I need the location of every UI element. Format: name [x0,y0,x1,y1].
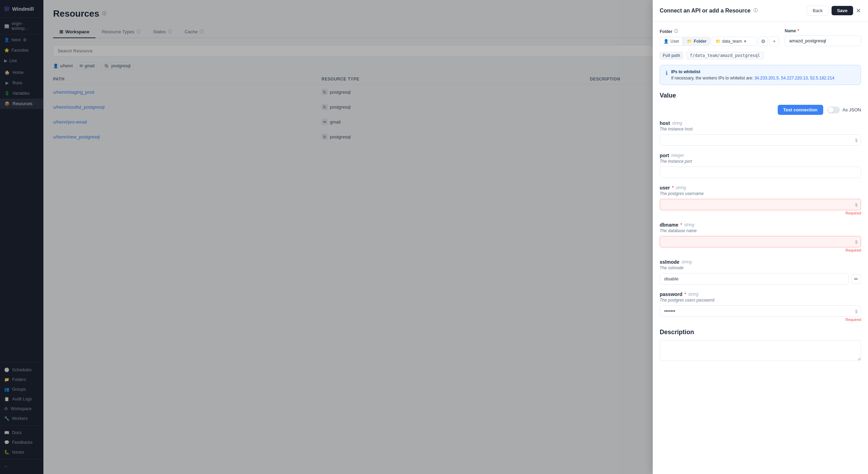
value-header: Test connection As JSON [660,105,861,115]
toggle-thumb [828,107,834,113]
dropdown-chevron: ▼ [743,39,747,43]
password-dollar-icon[interactable]: $ [855,308,858,314]
field-user-input-row: $ [660,199,861,210]
field-dbname: dbname * string The database name $ Requ… [660,222,861,252]
field-port-input-row [660,167,861,178]
description-section: Description [660,329,861,362]
name-input[interactable] [785,35,861,46]
field-user: user * string The postgres username $ Re… [660,185,861,215]
path-type-buttons: 👤 User 📁 Folder [660,37,710,46]
folder-settings-btn[interactable]: ⚙ [758,36,768,46]
folder-type-icon: 📁 [687,39,692,44]
path-type-user-btn[interactable]: 👤 User [660,37,683,46]
field-user-name: user * string [660,185,861,191]
field-dbname-desc: The database name [660,228,861,233]
password-input[interactable] [660,305,861,317]
field-password-input-row: $ [660,305,861,317]
user-type-icon: 👤 [663,39,669,44]
description-title: Description [660,329,861,336]
info-box-icon: ℹ [666,70,668,76]
folder-dropdown[interactable]: 📁 data_team ▼ [712,37,757,46]
field-port-name: port integer [660,153,861,158]
drawer-title: Connect an API or add a Resource ⓘ [660,8,758,14]
back-button[interactable]: Back [807,6,829,16]
ip-links[interactable]: 34.233.201.5, 54.227.220.13, 52.5.182.21… [754,76,834,81]
drawer-body: Folder ⓘ 👤 User 📁 Folder 📁 [653,22,868,474]
field-host-desc: The instance host [660,127,861,132]
user-dollar-icon[interactable]: $ [855,202,858,207]
name-label: Name * [785,28,861,33]
dropdown-folder-icon: 📁 [716,39,721,44]
field-dbname-name: dbname * string [660,222,861,228]
folder-group: Folder ⓘ 👤 User 📁 Folder 📁 [660,28,779,46]
resource-drawer: Connect an API or add a Resource ⓘ Back … [653,0,868,474]
field-port: port integer The instance port [660,153,861,178]
close-button[interactable]: ✕ [856,7,861,15]
user-required-badge: Required [660,211,861,215]
dbname-dollar-icon[interactable]: $ [855,239,858,244]
as-json-toggle-row: As JSON [827,107,861,113]
field-sslmode-select-row: disable allow prefer require verify-ca v… [660,273,861,285]
save-button[interactable]: Save [832,6,853,15]
full-path-value: f/data_team/amazd_postgresql [686,52,764,59]
folder-add-btn[interactable]: ＋ [769,36,779,46]
field-port-desc: The instance port [660,159,861,164]
port-input[interactable] [660,167,861,178]
as-json-toggle[interactable] [827,107,840,113]
field-host-input-row: $ [660,134,861,146]
full-path-row: Full path f/data_team/amazd_postgresql [660,52,861,59]
sslmode-edit-btn[interactable]: ✏ [851,274,861,284]
field-user-desc: The postgres username [660,191,861,196]
info-box-title: IPs to whitelist [671,69,834,74]
field-password-name: password * string [660,291,861,297]
password-required-badge: Required [660,318,861,322]
field-password: password * string The postgres users pas… [660,291,861,322]
drawer-header: Connect an API or add a Resource ⓘ Back … [653,0,868,22]
info-box-message: If necessary, the workers IPs to whiteli… [671,76,834,81]
folder-actions: ⚙ ＋ [758,36,779,46]
field-host: host string The instance host $ [660,120,861,146]
name-group: Name * [785,28,861,46]
field-password-desc: The postgres users password [660,298,861,303]
folder-info-icon[interactable]: ⓘ [674,28,678,34]
value-section-title: Value [660,92,861,99]
ips-info-box: ℹ IPs to whitelist If necessary, the wor… [660,65,861,85]
field-sslmode: sslmode string The sslmode disable allow… [660,259,861,285]
as-json-label: As JSON [843,107,861,112]
dbname-input[interactable] [660,236,861,247]
drawer-title-info-icon[interactable]: ⓘ [753,8,758,14]
host-input[interactable] [660,134,861,146]
field-sslmode-name: sslmode string [660,259,861,265]
full-path-label: Full path [660,52,683,59]
field-dbname-input-row: $ [660,236,861,247]
folder-label: Folder ⓘ [660,28,779,34]
name-required-star: * [798,28,799,33]
description-input[interactable] [660,340,861,361]
folder-name-row: Folder ⓘ 👤 User 📁 Folder 📁 [660,28,861,46]
sslmode-select[interactable]: disable allow prefer require verify-ca v… [660,273,849,285]
user-input[interactable] [660,199,861,210]
dbname-required-badge: Required [660,248,861,252]
field-host-name: host string [660,120,861,126]
host-dollar-icon[interactable]: $ [855,137,858,143]
path-type-folder-btn[interactable]: 📁 Folder [683,37,710,46]
field-sslmode-desc: The sslmode [660,265,861,270]
info-box-content: IPs to whitelist If necessary, the worke… [671,69,834,81]
test-connection-button[interactable]: Test connection [778,105,823,115]
